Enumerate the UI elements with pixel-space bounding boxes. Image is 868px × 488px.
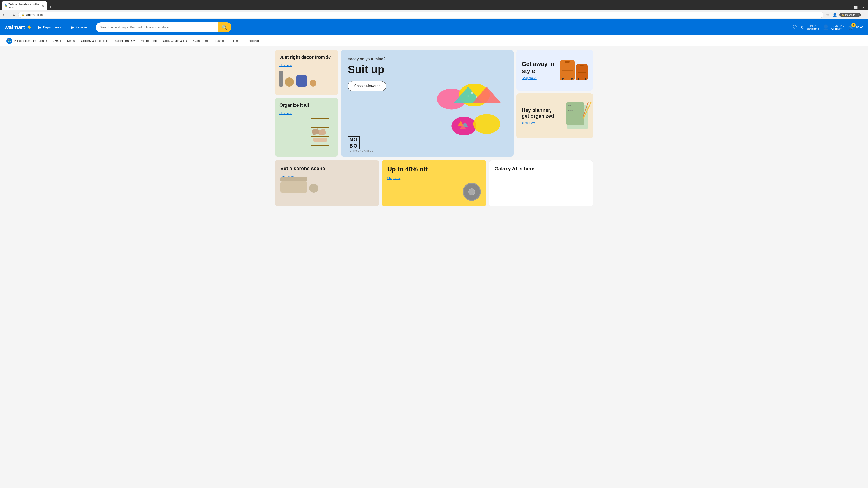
scene-card-title: Set a serene scene	[280, 166, 374, 171]
nav-link-cold[interactable]: Cold, Cough & Flu	[160, 35, 190, 46]
decor-orb-small-icon	[310, 80, 316, 87]
secondary-nav: 🏪 Pickup today, 9pm-10pm ▾ 07094 Deals G…	[0, 35, 868, 46]
hero-title: Suit up	[348, 63, 386, 76]
planner-promo-card[interactable]: Hey planner, get organized Shop now Firs…	[516, 93, 593, 138]
departments-nav-item[interactable]: ⊞ Departments	[35, 23, 64, 32]
incognito-icon: 🕵️	[841, 13, 844, 16]
walmart-header: walmart ✦ ⊞ Departments ⊕ Services 🔍 ♡ ↻…	[0, 19, 868, 35]
hero-subtitle: Vacay on your mind?	[348, 57, 386, 61]
luggage-visual	[560, 60, 588, 80]
services-nav-item[interactable]: ⊕ Services	[68, 23, 90, 32]
organize-shop-link[interactable]: Shop now	[279, 111, 292, 115]
profile-button[interactable]: 👤	[832, 12, 838, 18]
hero-cta-button[interactable]: Shop swimwear	[348, 81, 386, 91]
url-icon: 🔒	[22, 13, 25, 17]
nav-link-fashion[interactable]: Fashion	[212, 35, 228, 46]
hero-content: Vacay on your mind? Suit up Shop swimwea…	[348, 57, 386, 91]
maximize-button[interactable]: ⬜	[852, 5, 859, 10]
header-right: ♡ ↻ Reorder My Items 👤 Hi, Lauren D Acco…	[793, 24, 864, 31]
chevron-down-icon: ▾	[46, 39, 47, 42]
active-tab[interactable]: ⭐ Walmart has deals on the most... ✕	[2, 1, 47, 10]
zip-code: 07094	[50, 39, 64, 42]
scene-visual	[280, 182, 374, 193]
planner-card-text: Hey planner, get organized Shop now	[522, 107, 558, 125]
sale-shop-link[interactable]: Shop now	[387, 176, 400, 180]
brand-tagline: NO BOUNDARIES	[348, 150, 374, 152]
nav-link-deals[interactable]: Deals	[64, 35, 78, 46]
search-bar: 🔍	[96, 22, 231, 32]
tab-title: Walmart has deals on the most...	[8, 3, 40, 9]
browser-tabs: ⭐ Walmart has deals on the most... ✕ +	[2, 1, 54, 10]
sofa-shape	[280, 182, 307, 193]
toolbar-actions: ☆ 👤 🕵️ Incognito (3) ⋮	[825, 12, 866, 18]
galaxy-promo-card[interactable]: Galaxy AI is here	[489, 160, 593, 206]
my-items-label: My Items	[807, 27, 819, 31]
pickup-label: Pickup today, 9pm-10pm	[14, 39, 44, 42]
reorder-button[interactable]: ↻ Reorder My Items	[801, 24, 819, 31]
decor-promo-title: Just right decor from $7	[279, 55, 334, 60]
nav-link-game[interactable]: Game Time	[190, 35, 212, 46]
sale-promo-card[interactable]: Up to 40% off Shop now	[382, 160, 486, 206]
walmart-logo[interactable]: walmart ✦	[4, 24, 32, 31]
account-button[interactable]: 👤 Hi, Lauren D Account	[823, 24, 845, 31]
main-content: Just right decor from $7 Shop now Organi…	[271, 46, 597, 210]
pickup-text: Pickup today, 9pm-10pm	[14, 39, 44, 42]
appliance-icon	[463, 183, 481, 201]
hero-banner[interactable]: Vacay on your mind? Suit up Shop swimwea…	[341, 50, 514, 157]
notebook-text: First Last Thing	[566, 102, 584, 113]
swimwear-visual	[410, 50, 514, 157]
pillow-shape	[309, 184, 318, 193]
sale-card-title: Up to 40% off	[387, 166, 480, 173]
incognito-label: Incognito (3)	[845, 13, 859, 16]
search-button[interactable]: 🔍	[218, 22, 231, 32]
travel-shop-link[interactable]: Shop travel	[522, 76, 537, 80]
departments-label: Departments	[43, 26, 61, 29]
nav-link-grocery[interactable]: Grocery & Essentials	[78, 35, 112, 46]
decor-promo-card[interactable]: Just right decor from $7 Shop now	[275, 50, 338, 95]
departments-icon: ⊞	[38, 25, 42, 30]
luggage-large-icon	[560, 60, 575, 80]
nav-link-winter[interactable]: Winter Prep	[138, 35, 160, 46]
account-greeting: Hi, Lauren D	[831, 24, 845, 27]
decor-orb-icon	[285, 77, 294, 87]
reload-button[interactable]: ↻	[11, 12, 16, 18]
walmart-spark-icon: ✦	[26, 24, 32, 31]
luggage-small-icon	[576, 64, 588, 80]
galaxy-card-title: Galaxy AI is here	[495, 166, 587, 172]
scene-promo-card[interactable]: Set a serene scene Shop home	[275, 160, 379, 206]
shelf-rack-icon	[307, 118, 334, 149]
url-input[interactable]	[26, 13, 820, 17]
incognito-badge: 🕵️ Incognito (3)	[839, 13, 861, 17]
wishlist-button[interactable]: ♡	[793, 24, 797, 30]
organize-promo-card[interactable]: Organize it all Shop now	[275, 98, 338, 157]
nav-link-electronics[interactable]: Electronics	[243, 35, 264, 46]
nav-link-valentines[interactable]: Valentine's Day	[112, 35, 138, 46]
travel-promo-card[interactable]: Get away in style Shop travel	[516, 50, 593, 91]
organize-promo-title: Organize it all	[279, 102, 334, 108]
decor-jar-icon	[296, 75, 307, 87]
brand-logo: NO	[348, 136, 360, 143]
account-icon: 👤	[823, 24, 829, 30]
search-input[interactable]	[96, 23, 218, 32]
travel-card-text: Get away in style Shop travel	[522, 61, 560, 80]
minimize-button[interactable]: —	[845, 5, 850, 10]
decor-shop-link[interactable]: Shop now	[279, 64, 292, 67]
nav-link-home[interactable]: Home	[228, 35, 243, 46]
notebook-front-icon: First Last Thing	[566, 102, 584, 125]
address-bar: 🔒	[18, 12, 824, 18]
more-options-button[interactable]: ⋮	[862, 12, 866, 18]
account-label: Account	[831, 27, 845, 31]
tab-close-button[interactable]: ✕	[41, 4, 44, 8]
planner-shop-link[interactable]: Shop now	[522, 121, 535, 124]
logo-text: walmart	[4, 24, 25, 31]
reorder-icon: ↻	[801, 24, 805, 30]
pickup-selector[interactable]: 🏪 Pickup today, 9pm-10pm ▾	[4, 35, 50, 46]
bookmark-button[interactable]: ☆	[825, 12, 830, 18]
back-button[interactable]: ‹	[2, 12, 5, 18]
close-button[interactable]: ✕	[861, 5, 866, 10]
brand-logo-2: BO	[348, 143, 360, 149]
cart-button[interactable]: 🛒 0 $0.00	[848, 24, 864, 30]
new-tab-button[interactable]: +	[48, 4, 54, 10]
left-column: Just right decor from $7 Shop now Organi…	[275, 50, 338, 157]
forward-button[interactable]: ›	[6, 12, 9, 18]
